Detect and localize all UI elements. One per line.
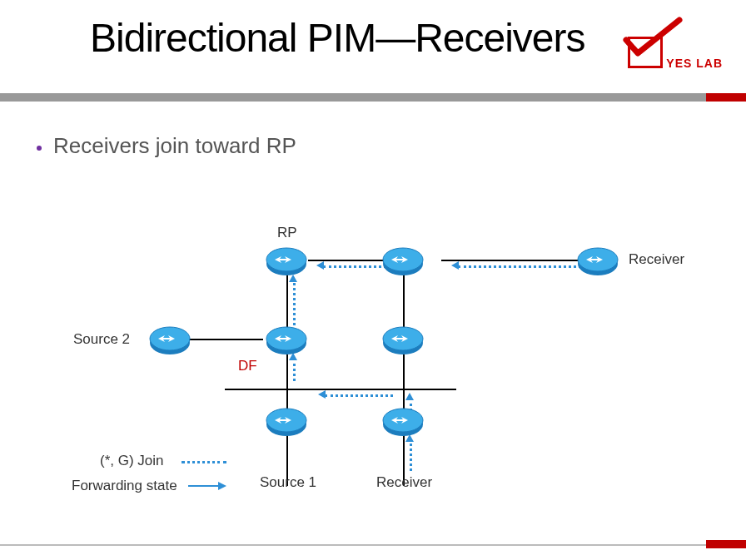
legend-forward-arrow xyxy=(188,485,225,487)
router-icon xyxy=(381,406,425,438)
router-icon xyxy=(265,406,308,438)
page-title: Bidirectional PIM—Receivers xyxy=(90,16,585,60)
label-source1: Source 1 xyxy=(260,474,316,491)
divider-bar xyxy=(0,93,746,102)
label-join: (*, G) Join xyxy=(100,453,164,469)
router-icon xyxy=(148,325,191,356)
router-icon xyxy=(381,245,425,277)
bullet-item: Receivers join toward RP xyxy=(37,133,296,159)
footer-divider xyxy=(0,544,746,546)
label-rp: RP xyxy=(277,225,297,241)
divider-accent xyxy=(706,93,746,102)
label-forwarding: Forwarding state xyxy=(72,478,177,494)
check-icon xyxy=(623,17,683,60)
label-source2: Source 2 xyxy=(73,331,130,348)
router-icon xyxy=(265,245,308,277)
router-icon xyxy=(381,325,425,356)
label-receiver-right: Receiver xyxy=(629,251,684,268)
label-receiver-bottom: Receiver xyxy=(376,474,432,491)
network-diagram: RP Receiver Source 2 DF (*, G) Join Forw… xyxy=(75,200,674,533)
footer-accent xyxy=(706,540,746,548)
bullet-dot-icon xyxy=(37,146,42,151)
bullet-text: Receivers join toward RP xyxy=(53,133,296,159)
router-icon xyxy=(265,325,308,356)
label-df: DF xyxy=(238,358,257,374)
legend-join-line xyxy=(182,461,226,463)
router-icon xyxy=(576,245,619,277)
yeslab-logo: YES LAB xyxy=(628,37,723,68)
